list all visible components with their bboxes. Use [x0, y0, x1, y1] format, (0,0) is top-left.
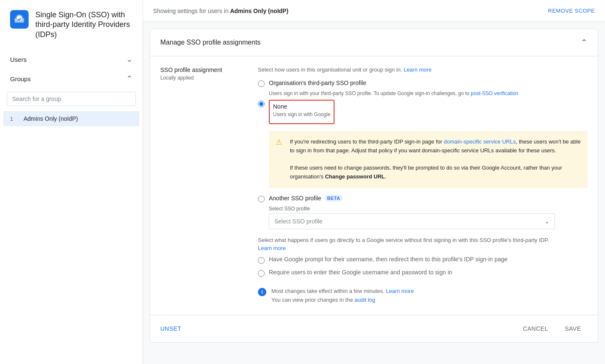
- sidebar-nav: Users ⌄ Groups ⌃ 1 Admins Only (noIdP): [0, 50, 143, 126]
- learn-more-link-2[interactable]: Learn more: [258, 245, 286, 251]
- cancel-button[interactable]: CANCEL: [516, 322, 555, 335]
- nav-users-label: Users: [10, 56, 27, 63]
- save-button[interactable]: SAVE: [558, 322, 588, 335]
- info-text: Most changes take effect within a few mi…: [271, 287, 414, 305]
- radio-org-input[interactable]: [258, 80, 265, 87]
- sidebar: Single Sign-On (SSO) with third-party Id…: [0, 0, 143, 364]
- remove-scope-button[interactable]: REMOVE SCOPE: [548, 8, 595, 14]
- additional-hint: Select what happens if users go directly…: [258, 236, 588, 252]
- radio-none-input[interactable]: [258, 101, 265, 107]
- sidebar-header: Single Sign-On (SSO) with third-party Id…: [0, 10, 143, 50]
- search-group-container: [0, 88, 143, 109]
- learn-more-link-1[interactable]: Learn more: [403, 66, 431, 73]
- chevron-down-icon: ⌄: [126, 55, 133, 64]
- assignment-label-col: SSO profile assignment Locally applied: [160, 66, 244, 305]
- info-icon: i: [258, 288, 266, 296]
- radio-suboption-2-input[interactable]: [258, 270, 265, 277]
- radio-org-label-block: Organisation's third-party SSO profile: [269, 80, 366, 86]
- radio-suboption-2-label[interactable]: Require users to enter their Google user…: [269, 269, 452, 276]
- select-sso-placeholder: Select SSO profile: [274, 218, 322, 225]
- card-footer: UNSET CANCEL SAVE: [150, 315, 598, 342]
- assignment-options-col: Select how users in this organisational …: [258, 66, 588, 305]
- beta-badge: BETA: [325, 195, 343, 202]
- warning-text: If you're redirecting users to the third…: [290, 138, 581, 181]
- scope-text: Showing settings for users in Admins Onl…: [153, 8, 288, 14]
- scope-name: Admins Only (noIdP): [230, 8, 288, 14]
- warning-icon: ⚠: [276, 138, 285, 181]
- select-sso-label: Select SSO profile: [269, 206, 588, 212]
- another-sso-row: Another SSO profile BETA: [269, 195, 343, 202]
- select-hint-text: Select how users in this organisational …: [258, 66, 402, 73]
- radio-org-sublabel: Users sign in with your third-party SSO …: [269, 90, 588, 96]
- main-content: Showing settings for users in Admins Onl…: [143, 0, 605, 364]
- sso-profile-card: Manage SSO profile assignments ⌃ SSO pro…: [150, 29, 598, 343]
- select-hint: Select how users in this organisational …: [258, 66, 588, 73]
- radio-option-none: None Users sign in with Google: [258, 100, 588, 126]
- info-text-2: You can view prior changes in the: [271, 297, 353, 303]
- scope-bar: Showing settings for users in Admins Onl…: [143, 0, 605, 22]
- radio-option-another: Another SSO profile BETA: [258, 195, 588, 202]
- scope-prefix: Showing settings for users in: [153, 8, 228, 14]
- search-group-input[interactable]: [7, 92, 136, 106]
- nav-item-groups[interactable]: Groups ⌃: [0, 69, 143, 88]
- card-header: Manage SSO profile assignments ⌃: [150, 29, 598, 56]
- chevron-up-icon: ⌃: [126, 74, 133, 83]
- radio-suboption-1: Have Google prompt for their username, t…: [258, 256, 588, 264]
- radio-suboption-2: Require users to enter their Google user…: [258, 269, 588, 277]
- warning-text-line2: If these users need to change passwords,…: [290, 164, 581, 181]
- additional-hint-text: Select what happens if users go directly…: [258, 237, 549, 243]
- assignment-sublabel: Locally applied: [160, 75, 244, 81]
- radio-suboption-1-input[interactable]: [258, 257, 265, 264]
- radio-none-sublabel: Users sign in with Google: [273, 112, 330, 117]
- radio-another-input[interactable]: [258, 196, 265, 202]
- nav-item-users[interactable]: Users ⌄: [0, 50, 143, 69]
- radio-org-label[interactable]: Organisation's third-party SSO profile: [269, 80, 366, 86]
- chevron-down-icon: ⌄: [544, 218, 549, 225]
- post-sso-verification-link[interactable]: post-SSO verification: [471, 90, 518, 96]
- info-text-1: Most changes take effect within a few mi…: [271, 288, 385, 294]
- select-sso-dropdown[interactable]: Select SSO profile ⌄: [269, 213, 555, 229]
- card-body: SSO profile assignment Locally applied S…: [150, 56, 598, 315]
- group-name: Admins Only (noIdP): [24, 115, 78, 122]
- additional-options: Select what happens if users go directly…: [258, 236, 588, 277]
- radio-none-label[interactable]: None: [273, 103, 330, 110]
- assignment-label: SSO profile assignment: [160, 66, 244, 73]
- group-num: 1: [10, 116, 20, 122]
- card-title: Manage SSO profile assignments: [160, 39, 260, 46]
- collapse-button[interactable]: ⌃: [581, 37, 588, 48]
- audit-log-link[interactable]: audit log: [355, 297, 375, 303]
- domain-specific-link[interactable]: domain-specific service URLs: [444, 138, 516, 145]
- radio-option-org: Organisation's third-party SSO profile: [258, 80, 588, 87]
- unset-button[interactable]: UNSET: [160, 322, 181, 335]
- footer-right: CANCEL SAVE: [516, 322, 588, 335]
- group-list: 1 Admins Only (noIdP): [0, 111, 143, 126]
- app-logo: [10, 10, 29, 29]
- warning-text-line1: If you're redirecting users to the third…: [290, 138, 581, 155]
- select-sso-group: Select SSO profile Select SSO profile ⌄: [269, 206, 588, 229]
- group-item[interactable]: 1 Admins Only (noIdP): [3, 111, 139, 126]
- nav-groups-label: Groups: [10, 75, 31, 82]
- assignment-row: SSO profile assignment Locally applied S…: [160, 66, 588, 305]
- none-selected-box: None Users sign in with Google: [269, 100, 334, 124]
- radio-suboption-1-label[interactable]: Have Google prompt for their username, t…: [269, 256, 507, 263]
- app-title: Single Sign-On (SSO) with third-party Id…: [35, 10, 133, 40]
- info-learn-more-link[interactable]: Learn more: [386, 288, 414, 294]
- info-box: i Most changes take effect within a few …: [258, 287, 588, 305]
- radio-another-label[interactable]: Another SSO profile: [269, 195, 321, 202]
- warning-box: ⚠ If you're redirecting users to the thi…: [269, 131, 588, 188]
